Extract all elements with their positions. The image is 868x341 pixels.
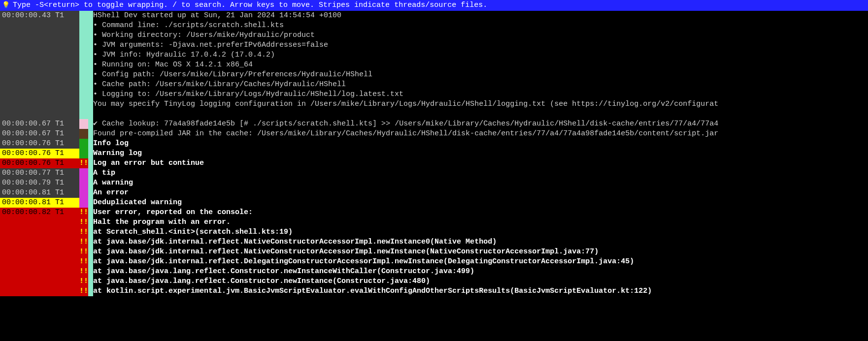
log-message: at java.base/jdk.internal.reflect.Native… [93,237,497,247]
log-viewport[interactable]: 00:00:00.43 T1HShell Dev started up at S… [0,11,868,296]
log-message: • JVM info: Hydraulic 17.0.4.2 (17.0.4.2… [93,50,275,60]
thread-stripe [88,217,93,227]
timestamp-cell: 00:00:00.43 T1 [0,11,79,21]
level-marker [79,168,88,178]
timestamp-cell [0,267,79,277]
log-row: 00:00:00.43 T1HShell Dev started up at S… [0,11,868,21]
timestamp-cell [0,60,79,70]
thread-stripe [88,21,93,31]
thread-stripe [88,286,93,296]
timestamp-cell [0,40,79,50]
log-message: ✔ Cache lookup: 77a4a98fade14e5b [# ./sc… [93,119,718,129]
level-marker: !! [79,267,88,277]
timestamp-cell: 00:00:00.76 T1 [0,139,79,149]
log-row: !! at java.base/jdk.internal.reflect.Nat… [0,247,868,257]
thread-stripe [88,277,93,286]
timestamp-cell [0,277,79,286]
log-message: You may specify TinyLog logging configur… [93,99,718,109]
log-row: 00:00:00.76 T1Warning log [0,149,868,158]
log-message: • Config path: /Users/mike/Library/Prefe… [93,70,372,80]
log-message: A tip [93,168,115,178]
level-marker [79,11,88,21]
thread-stripe [88,178,93,188]
log-row: 00:00:00.77 T1A tip [0,168,868,178]
log-row: • JVM arguments: -Djava.net.preferIPv6Ad… [0,40,868,50]
thread-stripe [88,247,93,257]
timestamp-cell: 00:00:00.67 T1 [0,129,79,139]
thread-stripe [88,168,93,178]
timestamp-cell: 00:00:00.79 T1 [0,178,79,188]
thread-stripe [88,188,93,198]
level-marker [79,60,88,70]
level-marker [79,178,88,188]
level-marker [79,40,88,50]
timestamp-cell: 00:00:00.81 T1 [0,198,79,208]
thread-stripe [88,50,93,60]
log-row: 00:00:00.81 T1An error [0,188,868,198]
timestamp-cell [0,21,79,31]
timestamp-cell: 00:00:00.77 T1 [0,168,79,178]
log-message: • Cache path: /Users/mike/Library/Caches… [93,80,346,90]
timestamp-cell: 00:00:00.76 T1 [0,149,79,158]
log-message: • Running on: Mac OS X 14.2.1 x86_64 [93,60,253,70]
level-marker: !! [79,237,88,247]
level-marker: !! [79,286,88,296]
log-row: !! at java.base/java.lang.reflect.Constr… [0,267,868,277]
thread-stripe [88,90,93,99]
log-row: • Logging to: /Users/mike/Library/Logs/H… [0,90,868,99]
timestamp-cell: 00:00:00.76 T1 [0,158,79,168]
timestamp-cell [0,109,79,119]
level-marker [79,139,88,149]
log-row: You may specify TinyLog logging configur… [0,99,868,109]
log-message: An error [93,188,129,198]
log-row: 00:00:00.82 T1!!User error, reported on … [0,208,868,217]
log-row: !! at Scratch_shell.<init>(scratch.shell… [0,227,868,237]
log-row: 00:00:00.79 T1A warning [0,178,868,188]
thread-stripe [88,129,93,139]
thread-stripe [88,158,93,168]
log-message: at java.base/java.lang.reflect.Construct… [93,267,474,277]
log-row: 00:00:00.67 T1✔ Cache lookup: 77a4a98fad… [0,119,868,129]
level-marker [79,188,88,198]
level-marker [79,70,88,80]
level-marker [79,50,88,60]
timestamp-cell [0,90,79,99]
thread-stripe [88,109,93,119]
lightbulb-icon: 💡 [2,0,10,11]
log-message: Deduplicated warning [93,198,182,208]
level-marker: !! [79,277,88,286]
log-message: Info log [93,139,129,149]
thread-stripe [88,208,93,217]
thread-stripe [88,60,93,70]
level-marker [79,109,88,119]
level-marker [79,21,88,31]
log-row: !! at java.base/jdk.internal.reflect.Del… [0,257,868,267]
log-row: !! at java.base/java.lang.reflect.Constr… [0,277,868,286]
log-row: 00:00:00.76 T1!!Log an error but continu… [0,158,868,168]
thread-stripe [88,237,93,247]
log-message: HShell Dev started up at Sun, 21 Jan 202… [93,11,341,21]
thread-stripe [88,11,93,21]
level-marker [79,90,88,99]
log-row: • Config path: /Users/mike/Library/Prefe… [0,70,868,80]
log-message: A warning [93,178,133,188]
thread-stripe [88,198,93,208]
level-marker: !! [79,217,88,227]
log-message: • Command line: ./scripts/scratch.shell.… [93,21,284,31]
log-row: !! at kotlin.script.experimental.jvm.Bas… [0,286,868,296]
hint-text: Type -S<return> to toggle wrapping. / to… [13,0,487,11]
log-message: • Logging to: /Users/mike/Library/Logs/H… [93,90,403,99]
level-marker: !! [79,208,88,217]
thread-stripe [88,99,93,109]
level-marker: !! [79,257,88,267]
timestamp-cell [0,99,79,109]
log-row: • Working directory: /Users/mike/Hydraul… [0,31,868,40]
timestamp-cell [0,80,79,90]
level-marker [79,99,88,109]
thread-stripe [88,70,93,80]
timestamp-cell [0,70,79,80]
log-row: !! at java.base/jdk.internal.reflect.Nat… [0,237,868,247]
log-row: • Cache path: /Users/mike/Library/Caches… [0,80,868,90]
timestamp-cell [0,257,79,267]
log-message: at java.base/java.lang.reflect.Construct… [93,277,430,286]
